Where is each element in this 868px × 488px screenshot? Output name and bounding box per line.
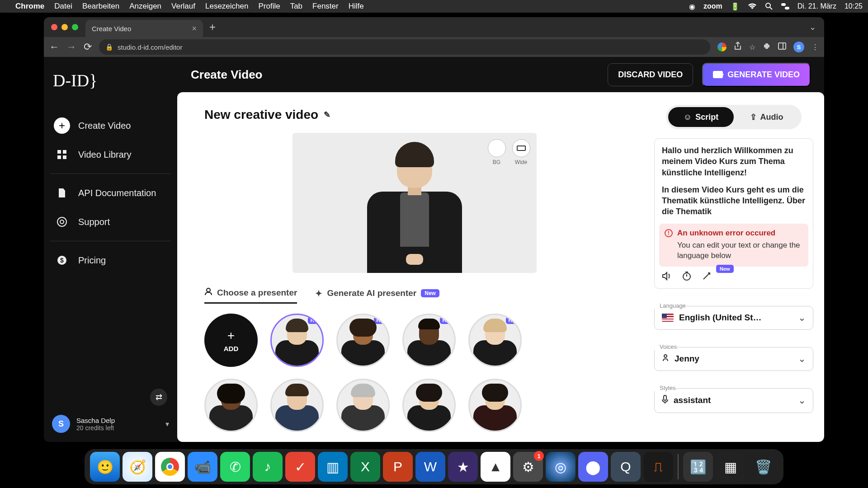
- dock-mission-control[interactable]: ▦: [716, 452, 745, 482]
- menu-lesezeichen[interactable]: Lesezeichen: [205, 2, 248, 11]
- video-title-row[interactable]: New creative video ✎: [204, 108, 624, 122]
- presenter-option[interactable]: [270, 379, 324, 432]
- dock-quicktime[interactable]: Q: [611, 452, 641, 482]
- sidebar-item-video-library[interactable]: Video Library: [44, 140, 177, 169]
- sparkle-icon: ✦: [315, 288, 322, 299]
- dock-imovie[interactable]: ★: [448, 452, 478, 482]
- presenter-option[interactable]: [402, 379, 456, 432]
- bookmark-star-icon[interactable]: ☆: [749, 43, 755, 52]
- sidebar-item-support[interactable]: Support: [44, 207, 177, 236]
- presenter-option[interactable]: [204, 379, 258, 432]
- side-panel-icon[interactable]: [778, 42, 786, 52]
- listen-button[interactable]: [662, 272, 672, 283]
- dock-trash[interactable]: 🗑️: [748, 452, 778, 482]
- tab-script[interactable]: ☺ Script: [668, 107, 734, 127]
- dock-chrome[interactable]: [155, 452, 185, 482]
- dock-settings[interactable]: ⚙1: [513, 452, 543, 482]
- tab-generate-presenter[interactable]: ✦ Generate AI presenter New: [315, 287, 439, 304]
- control-center-icon[interactable]: [781, 3, 789, 9]
- menu-bearbeiten[interactable]: Bearbeiten: [82, 2, 119, 11]
- edit-title-icon[interactable]: ✎: [324, 110, 330, 120]
- dock-word[interactable]: W: [415, 452, 445, 482]
- menu-hilfe[interactable]: Hilfe: [349, 2, 364, 11]
- background-picker-button[interactable]: BG: [488, 139, 506, 165]
- spotlight-icon[interactable]: [765, 2, 773, 10]
- voices-select[interactable]: Jenny ⌄: [654, 347, 813, 371]
- tab-label: Audio: [760, 113, 783, 122]
- new-tab-button[interactable]: +: [209, 21, 216, 33]
- circle-icon: [488, 139, 506, 157]
- sidebar-item-pricing[interactable]: $ Pricing: [44, 246, 177, 275]
- generate-video-button[interactable]: GENERATE VIDEO: [702, 63, 811, 87]
- presenter-tabs: Choose a presenter ✦ Generate AI present…: [204, 287, 624, 304]
- menubar-date[interactable]: Di. 21. März: [797, 2, 836, 10]
- dock-finder[interactable]: 🙂: [90, 452, 120, 482]
- presenter-option[interactable]: [336, 379, 390, 432]
- dock-audio-app[interactable]: ⎍: [643, 452, 673, 482]
- share-icon[interactable]: [734, 42, 742, 52]
- dock-excel[interactable]: X: [350, 452, 380, 482]
- sidebar-item-create-video[interactable]: + Create Video: [44, 111, 177, 140]
- dock-discord[interactable]: ⬤: [578, 452, 608, 482]
- reload-button[interactable]: ⟳: [84, 41, 92, 53]
- dock-todoist[interactable]: ✓: [285, 452, 315, 482]
- language-select[interactable]: English (United St… ⌄: [654, 306, 813, 330]
- tab-audio[interactable]: ⇪ Audio: [734, 107, 799, 127]
- script-icon: ☺: [684, 113, 692, 122]
- user-menu[interactable]: S Sascha Delp 20 credits left ▾: [52, 415, 169, 433]
- menubar-time[interactable]: 10:25: [844, 2, 863, 10]
- battery-icon[interactable]: 🔋: [731, 2, 740, 11]
- presenter-option[interactable]: [468, 379, 522, 432]
- menu-profile[interactable]: Profile: [258, 2, 280, 11]
- presenter-option[interactable]: HQ: [270, 314, 324, 367]
- styles-select[interactable]: assistant ⌄: [654, 388, 813, 413]
- person-icon: [204, 287, 212, 298]
- zoom-menubar-label[interactable]: zoom: [703, 2, 722, 10]
- tab-label: Script: [695, 113, 718, 122]
- presenter-option[interactable]: HQ: [336, 314, 390, 367]
- discard-video-button[interactable]: DISCARD VIDEO: [608, 63, 693, 86]
- add-presenter-button[interactable]: + ADD: [204, 314, 258, 367]
- dock-trello[interactable]: ▥: [318, 452, 348, 482]
- presenter-option[interactable]: HQ: [402, 314, 456, 367]
- dock-siri[interactable]: ◎: [546, 452, 576, 482]
- omnibox[interactable]: 🔒 studio.d-id.com/editor: [99, 39, 710, 55]
- window-zoom-button[interactable]: [72, 24, 78, 30]
- pause-timing-button[interactable]: [682, 271, 692, 284]
- google-account-icon[interactable]: [717, 42, 726, 52]
- window-minimize-button[interactable]: [61, 24, 68, 30]
- dock-whatsapp[interactable]: ✆: [220, 452, 250, 482]
- script-textarea[interactable]: Hallo und herzlich Willkommen zu meinem …: [654, 138, 813, 289]
- menu-tab[interactable]: Tab: [290, 2, 302, 11]
- collapse-sidebar-button[interactable]: ⇄: [150, 389, 167, 406]
- menu-verlauf[interactable]: Verlauf: [171, 2, 195, 11]
- tab-choose-presenter[interactable]: Choose a presenter: [204, 287, 297, 304]
- extensions-icon[interactable]: [763, 42, 771, 52]
- app-logo[interactable]: D-ID}: [44, 67, 177, 94]
- dock-spotify[interactable]: ♪: [253, 452, 283, 482]
- magic-button[interactable]: [702, 271, 712, 284]
- forward-button[interactable]: →: [66, 41, 76, 53]
- dock-safari[interactable]: 🧭: [123, 452, 152, 482]
- chrome-menu-icon[interactable]: ⋮: [811, 43, 819, 52]
- browser-tab[interactable]: Create Video ×: [85, 20, 203, 37]
- sidebar-item-api-docs[interactable]: API Documentation: [44, 178, 177, 207]
- window-close-button[interactable]: [51, 24, 57, 30]
- recording-indicator-icon[interactable]: ◉: [689, 2, 695, 11]
- dock-gdrive[interactable]: ▲: [481, 452, 510, 482]
- chrome-profile-avatar[interactable]: S: [793, 42, 804, 52]
- presenter-option[interactable]: HQ: [468, 314, 522, 367]
- wifi-icon[interactable]: [748, 3, 757, 9]
- dock-calculator[interactable]: 🔢: [683, 452, 713, 482]
- back-button[interactable]: ←: [49, 41, 59, 53]
- tabs-dropdown-icon[interactable]: ⌄: [809, 22, 820, 32]
- app-menu[interactable]: Chrome: [15, 2, 44, 11]
- menu-anzeigen[interactable]: Anzeigen: [129, 2, 161, 11]
- menu-fenster[interactable]: Fenster: [312, 2, 339, 11]
- menu-datei[interactable]: Datei: [54, 2, 72, 11]
- aspect-wide-button[interactable]: Wide: [512, 139, 530, 165]
- lock-icon[interactable]: 🔒: [105, 43, 113, 51]
- dock-powerpoint[interactable]: P: [383, 452, 413, 482]
- dock-zoom[interactable]: 📹: [188, 452, 217, 482]
- tab-close-icon[interactable]: ×: [183, 24, 197, 33]
